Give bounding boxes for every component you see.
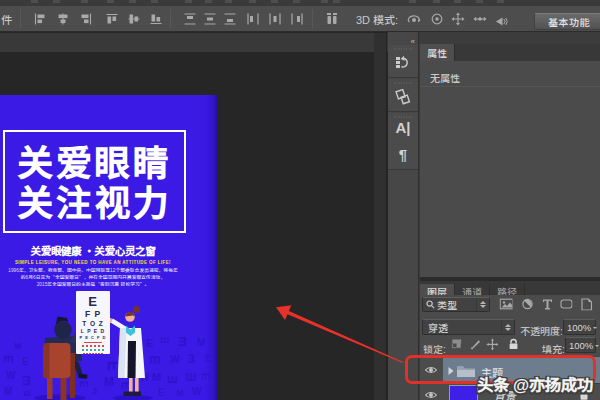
annotation-arrow (0, 0, 600, 400)
watermark: 头条 @亦扬成功 (477, 372, 593, 396)
photoshop-app: 件 3D 模式: 基本功能 MEEWEMEE3EEMEWEШEMEW3EMEШE… (0, 0, 600, 400)
